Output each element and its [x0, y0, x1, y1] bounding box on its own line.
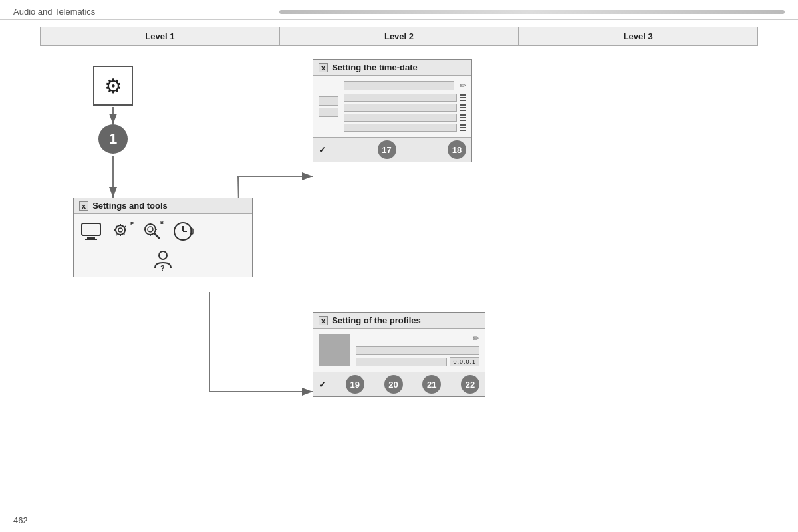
gear-icon-box: ⚙ — [93, 66, 133, 106]
td-small-box-2 — [319, 108, 338, 117]
settings-close-button[interactable]: x — [79, 201, 88, 211]
clock-icon[interactable] — [171, 219, 195, 243]
header-decoration — [279, 10, 785, 14]
td-input-1[interactable] — [344, 81, 454, 90]
profiles-panel-header: x Setting of the profiles — [313, 313, 485, 329]
badge-21: 21 — [422, 375, 441, 394]
level-3-header: Level 3 — [519, 27, 757, 45]
settings-panel-title: Settings and tools — [92, 201, 168, 211]
svg-point-13 — [148, 227, 153, 232]
settings-panel-header: x Settings and tools — [74, 198, 252, 214]
svg-line-14 — [154, 233, 160, 239]
svg-point-19 — [159, 251, 167, 259]
td-hamburger-1 — [460, 94, 466, 101]
time-date-body: ✏ — [313, 76, 471, 137]
td-input-2[interactable] — [344, 94, 457, 102]
td-check[interactable]: ✓ — [319, 145, 326, 155]
td-input-3[interactable] — [344, 104, 457, 112]
badge-20: 20 — [384, 375, 403, 394]
gear-icon: ⚙ — [104, 74, 122, 98]
page-number: 462 — [13, 515, 28, 525]
tools-row2: ? — [79, 247, 247, 271]
badge-19: 19 — [346, 375, 364, 394]
svg-rect-7 — [82, 223, 100, 235]
profile-input-2[interactable] — [356, 358, 447, 366]
gear-search-icon[interactable]: F — [110, 219, 134, 243]
td-small-box-1 — [319, 96, 338, 106]
level-header: Level 1 Level 2 Level 3 — [40, 27, 758, 46]
td-hamburger-3 — [460, 114, 466, 121]
time-date-footer: ✓ 17 18 — [313, 137, 471, 162]
settings-tools-panel: x Settings and tools — [73, 198, 253, 277]
profiles-check[interactable]: ✓ — [319, 380, 326, 390]
tools-icons-row: F B — [79, 219, 247, 243]
page-header: Audio and Telematics — [0, 0, 798, 20]
level-2-header: Level 2 — [280, 27, 519, 45]
svg-point-12 — [145, 224, 156, 235]
settings-panel-body: F B — [74, 214, 252, 277]
td-hamburger-4 — [460, 124, 466, 131]
time-date-close-button[interactable]: x — [319, 63, 328, 72]
profiles-edit-icon: ✏ — [473, 334, 479, 343]
svg-point-11 — [118, 228, 122, 232]
profiles-body: ✏ 0.0.0.1 — [313, 329, 485, 372]
profiles-panel: x Setting of the profiles ✏ 0.0.0.1 — [313, 312, 485, 397]
badge-22: 22 — [461, 375, 479, 394]
profile-dots: 0.0.0.1 — [450, 357, 479, 366]
profiles-close-button[interactable]: x — [319, 316, 328, 325]
person-question-icon[interactable]: ? — [151, 247, 175, 271]
td-input-4[interactable] — [344, 114, 457, 122]
badge-18: 18 — [448, 140, 466, 159]
time-date-panel-header: x Setting the time-date — [313, 60, 471, 76]
magnify-gear-icon[interactable]: B — [140, 219, 164, 243]
td-input-5[interactable] — [344, 124, 457, 132]
monitor-icon[interactable] — [79, 219, 103, 243]
profile-avatar — [319, 334, 350, 366]
time-date-panel: x Setting the time-date ✏ — [313, 59, 472, 162]
profiles-footer: ✓ 19 20 21 22 — [313, 372, 485, 396]
profiles-panel-title: Setting of the profiles — [332, 315, 421, 325]
svg-rect-8 — [87, 237, 95, 239]
page-title: Audio and Telematics — [13, 7, 266, 17]
badge-17: 17 — [378, 140, 396, 159]
diagram-area: ⚙ 1 x Settings and tools — [40, 46, 758, 498]
td-hamburger-2 — [460, 104, 466, 111]
td-edit-icon: ✏ — [460, 81, 466, 90]
svg-rect-9 — [85, 239, 97, 240]
badge-1: 1 — [98, 124, 128, 154]
time-date-panel-title: Setting the time-date — [332, 63, 418, 72]
profile-input-1[interactable] — [356, 346, 479, 355]
level-1-header: Level 1 — [41, 27, 280, 45]
svg-text:?: ? — [160, 264, 165, 271]
